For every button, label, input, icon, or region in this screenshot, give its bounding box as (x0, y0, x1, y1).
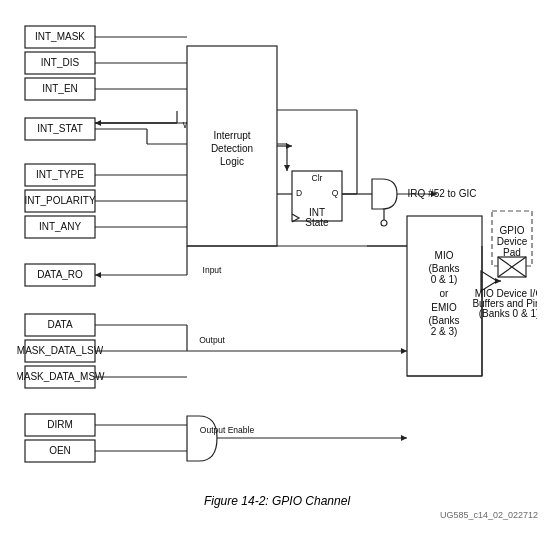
diagram-wrapper: .box { fill: #fff; stroke: #222; stroke-… (17, 16, 537, 490)
svg-text:INT_STAT: INT_STAT (37, 123, 83, 134)
diagram-caption: Figure 14-2: GPIO Channel (204, 494, 350, 508)
svg-marker-61 (95, 272, 101, 278)
svg-text:INT_EN: INT_EN (42, 83, 78, 94)
svg-text:Clr: Clr (312, 173, 323, 183)
svg-text:or: or (440, 288, 450, 299)
svg-text:OEN: OEN (49, 445, 71, 456)
svg-text:Interrupt: Interrupt (213, 130, 250, 141)
svg-text:Output Enable: Output Enable (200, 425, 255, 435)
svg-text:INT_ANY: INT_ANY (39, 221, 82, 232)
svg-text:(Banks: (Banks (428, 263, 459, 274)
svg-text:Pad: Pad (503, 247, 521, 258)
svg-text:INT_POLARITY: INT_POLARITY (24, 195, 95, 206)
svg-text:Input: Input (203, 265, 223, 275)
svg-text:MASK_DATA_MSW: MASK_DATA_MSW (17, 371, 105, 382)
svg-text:INT_DIS: INT_DIS (41, 57, 80, 68)
svg-text:DATA: DATA (47, 319, 73, 330)
page-container: .box { fill: #fff; stroke: #222; stroke-… (0, 0, 554, 537)
svg-text:DIRM: DIRM (47, 419, 73, 430)
svg-marker-26 (95, 120, 101, 126)
svg-text:DATA_RO: DATA_RO (37, 269, 83, 280)
svg-text:0 & 1): 0 & 1) (431, 274, 458, 285)
svg-text:Detection: Detection (211, 143, 253, 154)
svg-text:D: D (296, 188, 302, 198)
svg-text:INT_MASK: INT_MASK (35, 31, 85, 42)
svg-marker-19 (284, 165, 290, 171)
svg-text:(Banks: (Banks (428, 315, 459, 326)
svg-marker-104 (495, 278, 501, 284)
svg-text:Logic: Logic (220, 156, 244, 167)
svg-text:IRQ #52 to GIC: IRQ #52 to GIC (408, 188, 477, 199)
svg-marker-83 (401, 348, 407, 354)
svg-text:Device: Device (497, 236, 528, 247)
svg-text:Output: Output (199, 335, 225, 345)
svg-point-54 (381, 220, 387, 226)
circuit-diagram: .box { fill: #fff; stroke: #222; stroke-… (17, 16, 537, 486)
svg-text:MIO: MIO (435, 250, 454, 261)
svg-text:MASK_DATA_LSW: MASK_DATA_LSW (17, 345, 104, 356)
watermark-text: UG585_c14_02_022712 (16, 510, 538, 520)
figure-title: GPIO Channel (272, 494, 350, 508)
svg-text:State: State (305, 217, 329, 228)
svg-marker-41 (286, 143, 292, 149)
svg-text:(Banks 0 & 1): (Banks 0 & 1) (479, 308, 537, 319)
figure-label: Figure 14-2: (204, 494, 269, 508)
svg-text:2 & 3): 2 & 3) (431, 326, 458, 337)
svg-marker-91 (401, 435, 407, 441)
svg-text:GPIO: GPIO (499, 225, 524, 236)
svg-text:Q: Q (332, 188, 339, 198)
svg-text:EMIO: EMIO (431, 302, 457, 313)
svg-text:INT_TYPE: INT_TYPE (36, 169, 84, 180)
